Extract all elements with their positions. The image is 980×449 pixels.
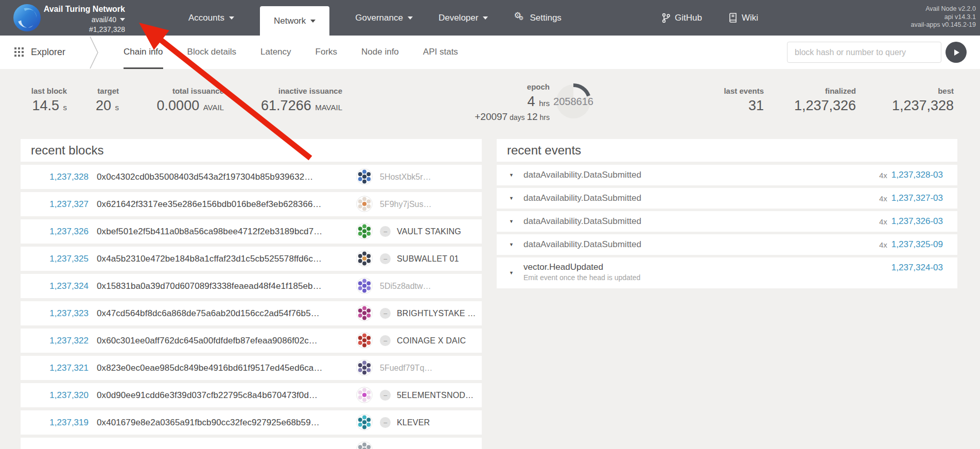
epoch-progress-ring: 2058616 bbox=[555, 83, 591, 119]
stat-value: 31 bbox=[724, 98, 764, 114]
stat-value: 20 bbox=[96, 98, 111, 113]
event-row: ▼ vector.HeadUpdated Emit event once the… bbox=[497, 257, 957, 288]
apps-grid-icon bbox=[14, 47, 24, 57]
block-author[interactable]: BRIGHTLYSTAKE … bbox=[397, 301, 476, 325]
stat-value: 4 bbox=[528, 94, 535, 109]
avail-logo-icon[interactable] bbox=[13, 4, 41, 31]
validator-identicon[interactable] bbox=[356, 305, 373, 321]
block-number-link[interactable]: 1,237,328 bbox=[31, 165, 89, 189]
identity-badge-icon: − bbox=[380, 253, 391, 264]
block-author[interactable]: 5Fuedf79Tq… bbox=[380, 356, 432, 380]
stat-value: 1,237,328 bbox=[892, 98, 954, 114]
tab-node-info[interactable]: Node info bbox=[361, 36, 399, 69]
chevron-down-icon bbox=[483, 16, 488, 20]
nav-governance[interactable]: Governance bbox=[355, 13, 413, 23]
api-version: api v14.3.1 bbox=[911, 13, 976, 22]
validator-identicon[interactable] bbox=[356, 223, 373, 239]
stat-finalized: finalized 1,237,326 bbox=[794, 87, 856, 114]
block-number-link[interactable]: 1,237,325 bbox=[31, 247, 89, 271]
block-author[interactable]: 5Di5z8adtw… bbox=[380, 274, 431, 298]
event-name: dataAvailability.DataSubmitted bbox=[523, 234, 641, 255]
stat-label: best bbox=[892, 87, 954, 95]
play-icon bbox=[952, 48, 961, 57]
block-row: 1,237,325 0x4a5b2310e472be184b8a1cffaf23… bbox=[21, 247, 482, 271]
validator-identicon[interactable] bbox=[356, 414, 373, 430]
event-block-link[interactable]: 1,237,324-03 bbox=[891, 263, 943, 273]
nav-accounts[interactable]: Accounts bbox=[188, 13, 234, 23]
block-search bbox=[787, 42, 941, 63]
event-block-link[interactable]: 1,237,327-03 bbox=[891, 193, 943, 203]
recent-blocks-title: recent blocks bbox=[21, 139, 482, 162]
validator-identicon[interactable] bbox=[356, 359, 373, 376]
nav-developer[interactable]: Developer bbox=[439, 13, 488, 23]
event-block-link[interactable]: 1,237,326-03 bbox=[891, 216, 943, 227]
gear-icon: ⚙⚙ bbox=[514, 12, 525, 24]
section-explorer[interactable]: Explorer bbox=[14, 36, 65, 69]
block-author[interactable]: 5HostXbk5r… bbox=[380, 165, 431, 189]
chevron-down-icon bbox=[120, 18, 125, 21]
block-number-link[interactable]: 1,237,326 bbox=[31, 219, 89, 244]
block-number-link[interactable]: 1,237,327 bbox=[31, 192, 89, 216]
recent-events-panel: recent events ▼ dataAvailability.DataSub… bbox=[497, 139, 957, 291]
expand-chevron-icon[interactable]: ▼ bbox=[509, 219, 514, 224]
stat-label: inactive issuance bbox=[261, 87, 342, 95]
event-row: ▼ dataAvailability.DataSubmitted 4x 1,23… bbox=[497, 234, 957, 255]
block-number-link[interactable]: 1,237,321 bbox=[31, 356, 89, 380]
validator-identicon[interactable] bbox=[356, 441, 373, 449]
validator-identicon[interactable] bbox=[356, 168, 373, 185]
block-author[interactable]: 5ELEMENTSNOD… bbox=[397, 383, 474, 407]
tab-api-stats[interactable]: API stats bbox=[423, 36, 458, 69]
nav-network-label: Network bbox=[274, 16, 306, 26]
block-author[interactable]: KLEVER bbox=[397, 410, 430, 435]
block-author[interactable]: 5F9hy7jSus… bbox=[380, 192, 432, 216]
stat-unit: s bbox=[115, 103, 119, 112]
nav-accounts-label: Accounts bbox=[188, 13, 224, 23]
expand-chevron-icon[interactable]: ▼ bbox=[509, 196, 514, 201]
validator-identicon[interactable] bbox=[356, 387, 373, 403]
expand-chevron-icon[interactable]: ▼ bbox=[509, 270, 514, 275]
tab-chain-info[interactable]: Chain info bbox=[124, 36, 163, 69]
block-number-link[interactable]: 1,237,320 bbox=[31, 383, 89, 407]
avail-explorer-app: Avail Turing Network avail/40 #1,237,328… bbox=[0, 0, 980, 449]
block-number-link[interactable]: 1,237,322 bbox=[31, 329, 89, 353]
tab-block-details[interactable]: Block details bbox=[187, 36, 236, 69]
block-hash: 0x47cd564bf8dc6a868de75a6ab20d156cc2ad54… bbox=[97, 301, 320, 325]
stat-value: 61.7266 bbox=[261, 98, 311, 113]
event-block-link[interactable]: 1,237,328-03 bbox=[891, 170, 943, 180]
breadcrumb-divider bbox=[89, 37, 100, 68]
git-branch-icon bbox=[662, 13, 670, 23]
external-links: GitHub Wiki bbox=[662, 0, 758, 36]
search-submit-button[interactable] bbox=[946, 42, 967, 63]
block-row: 1,237,321 0x823e0ec0eae985dc849be4916bd6… bbox=[21, 356, 482, 380]
tab-latency[interactable]: Latency bbox=[260, 36, 291, 69]
event-block-link[interactable]: 1,237,325-09 bbox=[891, 239, 943, 250]
stat-label: last events bbox=[724, 87, 764, 95]
wiki-label: Wiki bbox=[742, 13, 758, 23]
nav-network[interactable]: Network bbox=[260, 6, 329, 36]
github-link[interactable]: GitHub bbox=[662, 13, 702, 23]
validator-identicon[interactable] bbox=[356, 196, 373, 212]
block-hash: 0x401679e8e2a0365a91fbcb90cc32fec927925e… bbox=[97, 410, 320, 435]
block-author[interactable]: VAULT STAKING bbox=[397, 219, 461, 244]
validator-identicon[interactable] bbox=[356, 278, 373, 294]
block-search-input[interactable] bbox=[787, 42, 941, 63]
nav-settings[interactable]: ⚙⚙ Settings bbox=[514, 12, 561, 24]
block-number-link[interactable]: 1,237,319 bbox=[31, 410, 89, 435]
tab-forks[interactable]: Forks bbox=[316, 36, 338, 69]
event-row: ▼ dataAvailability.DataSubmitted 4x 1,23… bbox=[497, 211, 957, 232]
block-number-link[interactable]: 1,237,324 bbox=[31, 274, 89, 298]
tab-bar: Explorer Chain info Block details Latenc… bbox=[0, 36, 980, 69]
validator-identicon[interactable] bbox=[356, 250, 373, 267]
expand-chevron-icon[interactable]: ▼ bbox=[509, 242, 514, 247]
block-author[interactable]: COINAGE X DAIC bbox=[397, 329, 466, 353]
block-number-link[interactable]: 1,237,323 bbox=[31, 301, 89, 325]
validator-identicon[interactable] bbox=[356, 332, 373, 349]
wiki-link[interactable]: Wiki bbox=[729, 13, 758, 23]
block-author[interactable]: SUBWALLET 01 bbox=[397, 247, 459, 271]
chevron-down-icon bbox=[229, 16, 234, 20]
expand-chevron-icon[interactable]: ▼ bbox=[509, 172, 514, 178]
chain-spec-label: avail/40 bbox=[92, 15, 116, 24]
event-name: dataAvailability.DataSubmitted bbox=[523, 211, 641, 232]
chain-spec-selector[interactable]: avail/40 bbox=[41, 15, 125, 24]
event-count: 4x bbox=[879, 240, 887, 249]
